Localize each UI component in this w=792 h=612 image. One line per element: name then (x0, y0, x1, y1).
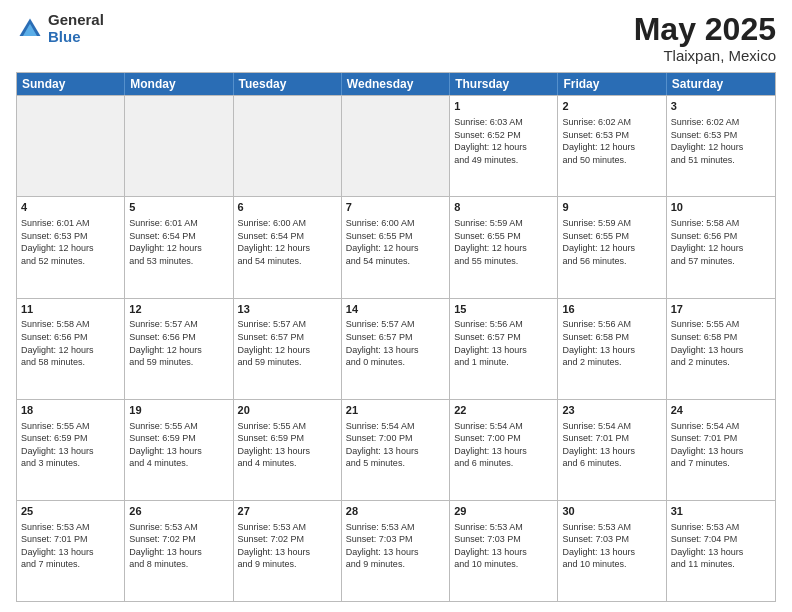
empty-cell (234, 96, 342, 196)
day-cell-4: 4Sunrise: 6:01 AM Sunset: 6:53 PM Daylig… (17, 197, 125, 297)
day-cell-30: 30Sunrise: 5:53 AM Sunset: 7:03 PM Dayli… (558, 501, 666, 601)
day-number: 5 (129, 200, 228, 215)
header-day-sunday: Sunday (17, 73, 125, 95)
day-cell-12: 12Sunrise: 5:57 AM Sunset: 6:56 PM Dayli… (125, 299, 233, 399)
day-number: 20 (238, 403, 337, 418)
day-number: 26 (129, 504, 228, 519)
logo-general-text: General (48, 12, 104, 29)
day-number: 25 (21, 504, 120, 519)
day-cell-2: 2Sunrise: 6:02 AM Sunset: 6:53 PM Daylig… (558, 96, 666, 196)
logo-icon (16, 15, 44, 43)
day-number: 7 (346, 200, 445, 215)
day-cell-20: 20Sunrise: 5:55 AM Sunset: 6:59 PM Dayli… (234, 400, 342, 500)
day-number: 2 (562, 99, 661, 114)
day-info: Sunrise: 5:56 AM Sunset: 6:58 PM Dayligh… (562, 318, 661, 368)
day-number: 12 (129, 302, 228, 317)
day-number: 17 (671, 302, 771, 317)
header-day-monday: Monday (125, 73, 233, 95)
title-block: May 2025 Tlaixpan, Mexico (634, 12, 776, 64)
day-info: Sunrise: 5:54 AM Sunset: 7:01 PM Dayligh… (671, 420, 771, 470)
calendar-location: Tlaixpan, Mexico (634, 47, 776, 64)
day-number: 1 (454, 99, 553, 114)
day-info: Sunrise: 5:57 AM Sunset: 6:57 PM Dayligh… (346, 318, 445, 368)
day-number: 3 (671, 99, 771, 114)
day-cell-9: 9Sunrise: 5:59 AM Sunset: 6:55 PM Daylig… (558, 197, 666, 297)
day-cell-21: 21Sunrise: 5:54 AM Sunset: 7:00 PM Dayli… (342, 400, 450, 500)
day-number: 11 (21, 302, 120, 317)
calendar-body: 1Sunrise: 6:03 AM Sunset: 6:52 PM Daylig… (17, 95, 775, 601)
day-cell-13: 13Sunrise: 5:57 AM Sunset: 6:57 PM Dayli… (234, 299, 342, 399)
logo: General Blue (16, 12, 104, 45)
day-info: Sunrise: 6:02 AM Sunset: 6:53 PM Dayligh… (562, 116, 661, 166)
day-info: Sunrise: 5:56 AM Sunset: 6:57 PM Dayligh… (454, 318, 553, 368)
header-day-friday: Friday (558, 73, 666, 95)
day-info: Sunrise: 6:01 AM Sunset: 6:53 PM Dayligh… (21, 217, 120, 267)
day-info: Sunrise: 5:53 AM Sunset: 7:01 PM Dayligh… (21, 521, 120, 571)
day-number: 28 (346, 504, 445, 519)
day-number: 8 (454, 200, 553, 215)
day-cell-28: 28Sunrise: 5:53 AM Sunset: 7:03 PM Dayli… (342, 501, 450, 601)
day-number: 23 (562, 403, 661, 418)
calendar-header-row: SundayMondayTuesdayWednesdayThursdayFrid… (17, 73, 775, 95)
day-info: Sunrise: 6:03 AM Sunset: 6:52 PM Dayligh… (454, 116, 553, 166)
day-cell-27: 27Sunrise: 5:53 AM Sunset: 7:02 PM Dayli… (234, 501, 342, 601)
day-info: Sunrise: 5:53 AM Sunset: 7:02 PM Dayligh… (238, 521, 337, 571)
day-info: Sunrise: 5:53 AM Sunset: 7:03 PM Dayligh… (346, 521, 445, 571)
day-info: Sunrise: 5:53 AM Sunset: 7:03 PM Dayligh… (562, 521, 661, 571)
day-number: 6 (238, 200, 337, 215)
header-day-tuesday: Tuesday (234, 73, 342, 95)
day-info: Sunrise: 5:59 AM Sunset: 6:55 PM Dayligh… (562, 217, 661, 267)
day-cell-5: 5Sunrise: 6:01 AM Sunset: 6:54 PM Daylig… (125, 197, 233, 297)
day-info: Sunrise: 5:54 AM Sunset: 7:01 PM Dayligh… (562, 420, 661, 470)
day-cell-22: 22Sunrise: 5:54 AM Sunset: 7:00 PM Dayli… (450, 400, 558, 500)
day-cell-25: 25Sunrise: 5:53 AM Sunset: 7:01 PM Dayli… (17, 501, 125, 601)
day-cell-15: 15Sunrise: 5:56 AM Sunset: 6:57 PM Dayli… (450, 299, 558, 399)
day-info: Sunrise: 5:53 AM Sunset: 7:04 PM Dayligh… (671, 521, 771, 571)
day-info: Sunrise: 5:55 AM Sunset: 6:59 PM Dayligh… (129, 420, 228, 470)
day-number: 10 (671, 200, 771, 215)
week-row-3: 11Sunrise: 5:58 AM Sunset: 6:56 PM Dayli… (17, 298, 775, 399)
day-number: 15 (454, 302, 553, 317)
week-row-1: 1Sunrise: 6:03 AM Sunset: 6:52 PM Daylig… (17, 95, 775, 196)
day-cell-16: 16Sunrise: 5:56 AM Sunset: 6:58 PM Dayli… (558, 299, 666, 399)
day-cell-18: 18Sunrise: 5:55 AM Sunset: 6:59 PM Dayli… (17, 400, 125, 500)
day-info: Sunrise: 6:02 AM Sunset: 6:53 PM Dayligh… (671, 116, 771, 166)
day-number: 27 (238, 504, 337, 519)
day-cell-23: 23Sunrise: 5:54 AM Sunset: 7:01 PM Dayli… (558, 400, 666, 500)
day-info: Sunrise: 5:58 AM Sunset: 6:56 PM Dayligh… (671, 217, 771, 267)
week-row-4: 18Sunrise: 5:55 AM Sunset: 6:59 PM Dayli… (17, 399, 775, 500)
day-number: 24 (671, 403, 771, 418)
day-number: 4 (21, 200, 120, 215)
day-cell-3: 3Sunrise: 6:02 AM Sunset: 6:53 PM Daylig… (667, 96, 775, 196)
day-info: Sunrise: 5:54 AM Sunset: 7:00 PM Dayligh… (346, 420, 445, 470)
day-number: 29 (454, 504, 553, 519)
header-day-saturday: Saturday (667, 73, 775, 95)
day-cell-8: 8Sunrise: 5:59 AM Sunset: 6:55 PM Daylig… (450, 197, 558, 297)
logo-text: General Blue (48, 12, 104, 45)
day-info: Sunrise: 5:54 AM Sunset: 7:00 PM Dayligh… (454, 420, 553, 470)
day-cell-10: 10Sunrise: 5:58 AM Sunset: 6:56 PM Dayli… (667, 197, 775, 297)
day-cell-7: 7Sunrise: 6:00 AM Sunset: 6:55 PM Daylig… (342, 197, 450, 297)
day-info: Sunrise: 5:55 AM Sunset: 6:59 PM Dayligh… (238, 420, 337, 470)
day-info: Sunrise: 5:59 AM Sunset: 6:55 PM Dayligh… (454, 217, 553, 267)
day-info: Sunrise: 5:57 AM Sunset: 6:57 PM Dayligh… (238, 318, 337, 368)
day-cell-19: 19Sunrise: 5:55 AM Sunset: 6:59 PM Dayli… (125, 400, 233, 500)
day-cell-29: 29Sunrise: 5:53 AM Sunset: 7:03 PM Dayli… (450, 501, 558, 601)
day-info: Sunrise: 5:58 AM Sunset: 6:56 PM Dayligh… (21, 318, 120, 368)
logo-blue-text: Blue (48, 29, 104, 46)
day-number: 14 (346, 302, 445, 317)
day-number: 31 (671, 504, 771, 519)
empty-cell (125, 96, 233, 196)
day-number: 13 (238, 302, 337, 317)
week-row-5: 25Sunrise: 5:53 AM Sunset: 7:01 PM Dayli… (17, 500, 775, 601)
calendar-title: May 2025 (634, 12, 776, 47)
day-info: Sunrise: 5:55 AM Sunset: 6:58 PM Dayligh… (671, 318, 771, 368)
day-number: 22 (454, 403, 553, 418)
day-cell-11: 11Sunrise: 5:58 AM Sunset: 6:56 PM Dayli… (17, 299, 125, 399)
day-number: 21 (346, 403, 445, 418)
day-cell-24: 24Sunrise: 5:54 AM Sunset: 7:01 PM Dayli… (667, 400, 775, 500)
header-day-wednesday: Wednesday (342, 73, 450, 95)
day-number: 19 (129, 403, 228, 418)
page: General Blue May 2025 Tlaixpan, Mexico S… (0, 0, 792, 612)
empty-cell (17, 96, 125, 196)
